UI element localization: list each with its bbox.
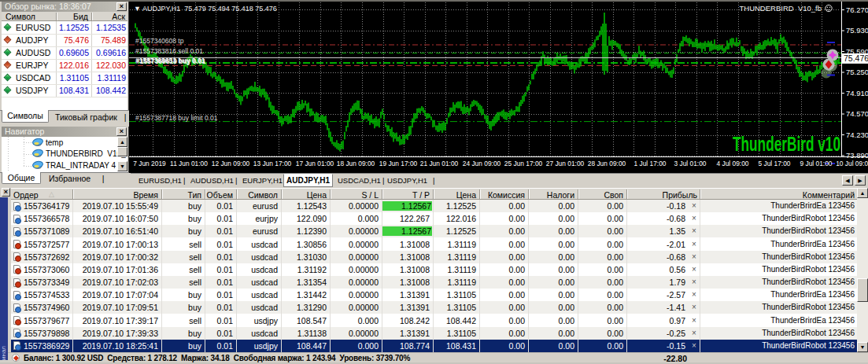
svg-text:74.570: 74.570	[846, 109, 868, 118]
svg-text:5 Jul 17:00: 5 Jul 17:00	[759, 160, 791, 167]
svg-text:76.270: 76.270	[846, 6, 868, 14]
svg-text:9 Jul 01:00: 9 Jul 01:00	[800, 160, 833, 167]
svg-text:25 Jun 17:00: 25 Jun 17:00	[504, 160, 543, 167]
svg-text:27 Jun 01:00: 27 Jun 01:00	[546, 160, 585, 167]
svg-text:ThunderBird v10: ThunderBird v10	[733, 132, 840, 156]
svg-text:75.250: 75.250	[846, 68, 868, 76]
svg-text:74.910: 74.910	[846, 89, 868, 97]
svg-text:24 Jun 09:00: 24 Jun 09:00	[463, 160, 501, 167]
svg-text:17 Jun 01:00: 17 Jun 01:00	[296, 160, 334, 167]
svg-text:4 Jul 09:00: 4 Jul 09:00	[717, 160, 749, 167]
svg-text:74.230: 74.230	[846, 131, 868, 139]
svg-text:19 Jun 17:00: 19 Jun 17:00	[379, 160, 418, 167]
svg-text:#1557369619 buy 0.01: #1557369619 buy 0.01	[136, 57, 206, 65]
svg-text:#1557387718 buy limit 0.01: #1557387718 buy limit 0.01	[135, 114, 218, 122]
svg-text:75.476: 75.476	[844, 53, 868, 63]
svg-text:75.930: 75.930	[846, 26, 868, 35]
svg-text:#1557340608 tp: #1557340608 tp	[135, 37, 184, 45]
svg-text:1 Jul 17:00: 1 Jul 17:00	[634, 160, 667, 167]
svg-text:10 Jul 09:00: 10 Jul 09:00	[836, 160, 868, 167]
svg-text:11 Jun 01:00: 11 Jun 01:00	[170, 160, 208, 167]
svg-text:3 Jul 01:00: 3 Jul 01:00	[674, 160, 707, 167]
svg-text:28 Jun 09:00: 28 Jun 09:00	[588, 160, 626, 167]
svg-text:▼ AUDJPY,H1 75.479 75.494 75.: ▼ AUDJPY,H1 75.479 75.494 75.418 75.476	[134, 5, 277, 13]
svg-text:THUNDERBIRD V10_fb: THUNDERBIRD V10_fb	[739, 4, 822, 13]
svg-text:18 Jun 09:00: 18 Jun 09:00	[337, 160, 375, 167]
svg-text:21 Jun 01:00: 21 Jun 01:00	[420, 160, 459, 167]
svg-text:13 Jun 17:00: 13 Jun 17:00	[253, 160, 292, 167]
svg-text:7 Jun 2019: 7 Jun 2019	[133, 160, 166, 167]
svg-text:#1557383816 sell 0.01: #1557383816 sell 0.01	[135, 47, 203, 55]
svg-text:12 Jun 09:00: 12 Jun 09:00	[212, 160, 250, 167]
